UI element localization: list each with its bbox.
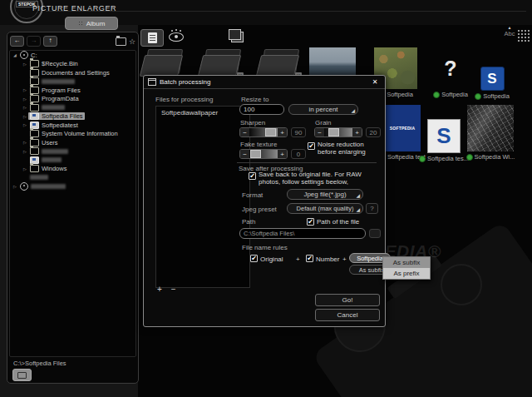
resize-value-input[interactable]: 100 [239,104,284,115]
tree-item-documents-and-settings[interactable]: Documents and Settings [10,68,135,77]
tree-expand-icon[interactable]: ▷ [22,166,28,171]
fake-texture-slider[interactable]: − + [239,149,288,159]
grain-value: 20 [366,127,381,137]
grid-view-icon[interactable] [517,29,530,42]
tree-item-windows[interactable]: ▷Windows [10,165,135,174]
thumbnail-blue-s[interactable]: SSoftpedia [460,47,525,100]
folder-icon [30,147,39,155]
file-list-item[interactable]: Softpediawallpaper [156,108,249,117]
tree-item[interactable] [10,77,135,87]
preview-button[interactable] [165,29,187,45]
tree-item-content: $Recycle.Bin [28,60,80,67]
title-bar: STEPOK PICTURE ENLARGER Album [0,0,532,25]
list-view-button[interactable] [140,29,164,47]
thumbnail-label-row: Softpedia [475,92,510,100]
up-folder-button[interactable]: ↑ [43,36,57,47]
redacted-label [42,157,62,162]
tree-item-program-files[interactable]: ▷Program Files [10,86,135,95]
tree-expand-icon[interactable]: ▷ [22,62,28,67]
favorites-star-icon[interactable]: ☆ [129,37,135,46]
tree-item[interactable]: ▷ [10,182,135,191]
browser-toolbar: ← → ↑ ☆ [10,35,135,47]
thumbnail-label-row: Softpedia Wi... [466,153,515,161]
folder-view-icon[interactable] [116,37,126,46]
slider-track[interactable] [249,128,278,136]
resize-unit-value: in percent [308,106,337,113]
tree-expand-icon[interactable]: ▷ [22,114,28,119]
slider-plus-button[interactable]: + [278,128,287,136]
help-button[interactable]: ? [366,203,378,214]
tree-item[interactable] [10,173,135,182]
eye-icon [169,32,184,42]
tree-expand-icon[interactable]: ◢ [12,52,18,57]
resize-unit-dropdown[interactable]: in percent ◢ [288,104,358,115]
format-dropdown[interactable]: Jpeg file(*.jpg) ◢ [287,189,363,200]
tree-item-softpedia-files[interactable]: ▷Softpedia Files [10,112,135,122]
noise-reduction-checkbox[interactable]: ✔ [308,142,315,150]
thumbnail-label: Softpedia [387,91,413,98]
tree-expand-icon[interactable]: ▷ [22,105,28,110]
menu-item-as-prefix[interactable]: As prefix [383,268,430,279]
slider-plus-button[interactable]: + [352,128,362,136]
sort-control[interactable]: ▲ Abc [502,25,517,37]
tree-item-c[interactable]: ◢C: [10,51,135,60]
tree-expand-icon[interactable]: ▷ [22,97,28,102]
tree-item[interactable]: ▷ [10,147,135,156]
grain-slider[interactable]: − + [314,127,362,137]
slider-plus-button[interactable]: + [278,150,287,158]
batch-process-button[interactable] [226,29,248,45]
tree-expand-icon[interactable]: ▷ [22,140,28,145]
number-checkbox[interactable]: ✔ [306,255,313,262]
forward-button[interactable]: → [27,36,41,47]
dialog-title-bar[interactable]: Batch processing ✕ [144,76,385,89]
file-type-icon [433,92,440,98]
tree-item-system-volume-information[interactable]: System Volume Information [10,130,135,139]
path-input[interactable]: C:\Softpedia Files\ [239,228,366,239]
tree-item-content [28,147,70,155]
save-back-checkbox[interactable]: ✔ [249,172,256,180]
sharpen-slider[interactable]: − + [239,127,288,137]
slider-handle[interactable] [328,128,339,136]
tree-expand-icon[interactable]: ▷ [12,184,18,189]
fake-texture-label: Fake texture [240,141,277,148]
close-icon[interactable]: ✕ [369,77,381,87]
back-button[interactable]: ← [10,36,24,47]
new-folder-button[interactable] [12,369,32,381]
menu-item-as-subfix[interactable]: As subfix [383,257,430,268]
tree-item-content: Documents and Settings [28,69,111,77]
tree-item[interactable] [10,156,135,165]
remove-file-button[interactable]: − [171,285,176,294]
file-name-rules-label: File name rules [242,244,288,251]
thumbnail-glyph: S [487,71,496,87]
slider-track[interactable] [249,150,278,158]
sharpen-label: Sharpen [240,119,265,127]
slider-handle[interactable] [250,150,261,158]
browse-button[interactable] [369,229,381,238]
tree-expand-icon[interactable]: ▷ [22,122,28,127]
slider-handle[interactable] [265,128,276,136]
go-button[interactable]: Go! [315,294,380,306]
thumbnail-frost[interactable]: Softpedia Wi... [458,105,523,161]
thumbnail-glyph: S [436,123,451,149]
fake-texture-value: 0 [291,149,306,159]
slider-track[interactable] [324,128,352,136]
tree-expand-icon[interactable]: ▷ [22,87,28,92]
slider-minus-button[interactable]: − [315,128,324,136]
original-checkbox[interactable]: ✔ [250,255,258,262]
slider-minus-button[interactable]: − [240,150,249,158]
tree-item-softpediatest[interactable]: ▷Softpediatest [10,121,135,130]
tree-expand-icon[interactable]: ▷ [22,149,28,154]
add-file-button[interactable]: + [157,285,162,294]
tree-item[interactable]: ▷ [10,103,135,112]
jpeg-preset-dropdown[interactable]: Default (max quality) ◢ [287,203,363,214]
cancel-button[interactable]: Cancel [315,309,380,321]
slider-minus-button[interactable]: − [240,128,249,136]
jpeg-preset-label: Jpeg preset [242,206,277,213]
tree-item-programdata[interactable]: ▷ProgramData [10,95,135,104]
path-of-file-checkbox[interactable]: ✔ [307,218,314,226]
album-button[interactable]: Album [65,17,118,30]
camera-lens-shape [441,264,482,305]
tree-item-users[interactable]: ▷Users [10,138,135,147]
sharpen-value: 90 [291,127,306,137]
tree-item-recycle-bin[interactable]: ▷$Recycle.Bin [10,60,135,69]
